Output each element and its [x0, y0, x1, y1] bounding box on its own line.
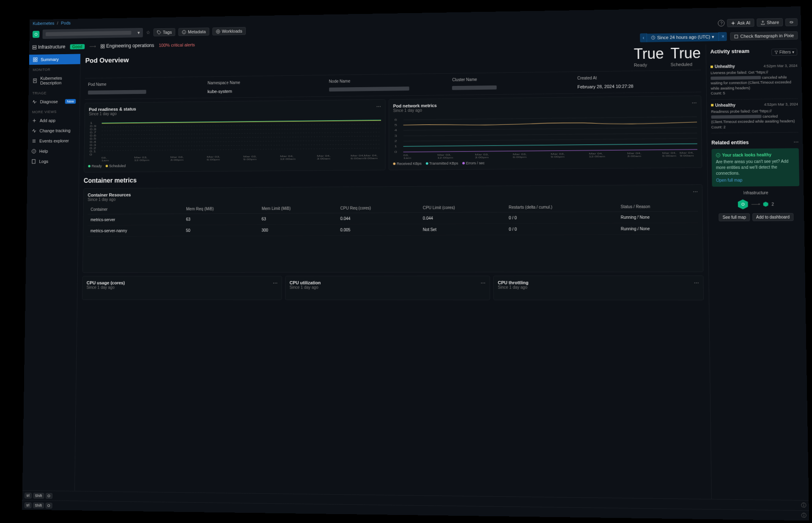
- help-icon[interactable]: ?: [718, 20, 725, 27]
- time-range-button[interactable]: Since 24 hours ago (UTC) ▾: [647, 32, 719, 42]
- table-header[interactable]: Mem Limit (MiB): [258, 204, 337, 213]
- chart-network-card: Pod network metrics Since 1 day ago ⋯: [389, 96, 702, 171]
- card-menu-icon[interactable]: ⋯: [273, 280, 277, 286]
- time-range-prev[interactable]: ‹: [640, 33, 647, 42]
- entity-selector[interactable]: ▾: [42, 28, 143, 39]
- info-icon: [182, 30, 186, 34]
- critical-alerts[interactable]: 100% critical alerts: [159, 42, 195, 47]
- redacted-text: [329, 87, 409, 92]
- workloads-button[interactable]: Workloads: [212, 27, 246, 36]
- sidebar-item-label: Summary: [41, 57, 59, 62]
- sidebar-item-diagnose[interactable]: Diagnose New: [28, 96, 80, 107]
- filter-icon: [774, 50, 778, 54]
- svg-text:9:00pm: 9:00pm: [551, 155, 565, 158]
- flamegraph-button[interactable]: Check flamegraph in Pixie: [730, 31, 798, 41]
- breadcrumb-leaf[interactable]: Pods: [61, 20, 71, 25]
- svg-text:6:00am: 6:00am: [351, 157, 364, 160]
- network-chart[interactable]: 6 5 4 3 2 1 0: [393, 113, 697, 160]
- link-button[interactable]: [785, 18, 798, 26]
- cpu-throttling-card: CPU throttling Since 1 day ago ⋯: [493, 275, 704, 300]
- sidebar-item-label: Change tracking: [39, 128, 70, 133]
- svg-line-82: [403, 144, 697, 146]
- add-to-dashboard-button[interactable]: Add to dashboard: [752, 213, 793, 221]
- chevron-down-icon: ▾: [712, 34, 714, 39]
- infra-graph[interactable]: 2: [712, 199, 800, 210]
- svg-rect-10: [101, 47, 102, 48]
- svg-text:12:00pm: 12:00pm: [437, 156, 453, 159]
- svg-line-49: [102, 121, 381, 124]
- related-menu-icon[interactable]: ⋯: [793, 139, 798, 145]
- share-icon: [760, 20, 765, 25]
- breadcrumb-sep: /: [57, 21, 58, 25]
- table-header[interactable]: CPU Req (cores): [337, 203, 420, 213]
- metadata-button[interactable]: Metadata: [178, 28, 209, 36]
- doc-icon: [33, 78, 37, 83]
- sparkle-icon: [731, 21, 735, 25]
- svg-rect-8: [101, 44, 102, 46]
- main-content: Pod Overview True Ready True Scheduled: [75, 44, 711, 499]
- svg-text:9:00am: 9:00am: [680, 154, 694, 157]
- info-icon[interactable]: ⓘ: [801, 502, 806, 509]
- redacted-text: [46, 31, 132, 36]
- table-header[interactable]: Mem Req (MiB): [183, 204, 259, 214]
- svg-text:3:00am: 3:00am: [317, 157, 330, 160]
- table-header[interactable]: Status / Reason: [617, 201, 698, 212]
- sidebar-item-k8s-description[interactable]: Kubernetes Description: [29, 73, 80, 88]
- sidebar-item-summary[interactable]: Summary: [29, 54, 80, 65]
- svg-line-68: [403, 117, 697, 120]
- svg-text:9:00am: 9:00am: [364, 157, 378, 160]
- svg-text:2: 2: [395, 140, 397, 143]
- tags-label: Tags: [163, 30, 172, 34]
- svg-line-32: [102, 132, 381, 135]
- svg-text:3:00pm: 3:00pm: [475, 156, 489, 159]
- open-full-map-link[interactable]: Open full map: [716, 178, 795, 183]
- ask-ai-button[interactable]: Ask AI: [727, 19, 754, 27]
- sidebar-item-logs[interactable]: Logs: [27, 156, 79, 167]
- container-resources-table: Container Mem Req (MiB) Mem Limit (MiB) …: [87, 201, 698, 237]
- sidebar-item-change-tracking[interactable]: Change tracking: [28, 125, 80, 136]
- card-menu-icon[interactable]: ⋯: [693, 189, 698, 195]
- table-header[interactable]: Restarts (delta / cumul.): [505, 202, 617, 212]
- table-row[interactable]: metrics-server-nanny 50 300 0.005 Not Se…: [87, 223, 698, 237]
- svg-text:5: 5: [395, 124, 397, 127]
- svg-line-72: [403, 138, 697, 141]
- table-header[interactable]: Container: [88, 204, 183, 214]
- time-range-close[interactable]: ×: [719, 32, 727, 41]
- key-chip: O: [45, 503, 52, 509]
- svg-text:03,: 03,: [403, 154, 409, 157]
- svg-text:6:00pm: 6:00pm: [513, 156, 527, 159]
- svg-rect-9: [103, 44, 104, 46]
- share-button[interactable]: Share: [757, 18, 783, 27]
- tags-button[interactable]: Tags: [154, 28, 176, 36]
- logo-icon[interactable]: [33, 31, 40, 38]
- sidebar-item-add-app[interactable]: Add app: [28, 115, 80, 126]
- svg-rect-6: [33, 45, 36, 47]
- info-node-name: Node Name: [326, 74, 449, 96]
- card-menu-icon[interactable]: ⋯: [694, 280, 699, 286]
- share-label: Share: [767, 20, 779, 25]
- sidebar-item-help[interactable]: ? Help: [27, 146, 79, 156]
- cpu-utilization-card: CPU utilization Since 1 day ago ⋯: [285, 275, 490, 300]
- sidebar-item-events-explorer[interactable]: Events explorer: [28, 135, 80, 146]
- info-icon[interactable]: ⓘ: [801, 512, 807, 519]
- eng-ops-label[interactable]: Engineering operations: [100, 43, 154, 49]
- info-row: Pod Name Namespace Name kube-system Node…: [85, 70, 701, 100]
- table-header[interactable]: CPU Limit (cores): [420, 203, 505, 213]
- see-full-map-button[interactable]: See full map: [719, 213, 750, 221]
- chart-menu-icon[interactable]: ⋯: [692, 100, 697, 106]
- star-icon[interactable]: ☆: [146, 30, 150, 35]
- event-item[interactable]: Unhealthy 4:52pm Mar 3, 2024 Liveness pr…: [710, 60, 798, 100]
- svg-text:1: 1: [395, 145, 397, 148]
- filters-button[interactable]: Filters ▾: [771, 49, 797, 56]
- card-menu-icon[interactable]: ⋯: [480, 280, 486, 286]
- chart-subtitle: Since 1 day ago: [89, 111, 136, 116]
- svg-text:0: 0: [90, 153, 92, 156]
- svg-point-0: [35, 33, 37, 36]
- chart-menu-icon[interactable]: ⋯: [376, 104, 381, 109]
- svg-text:3:00pm: 3:00pm: [170, 159, 184, 162]
- readiness-chart[interactable]: 1 0.9 0.8 0.7 0.6 0.5 0.4 0.3 0.2 0.1: [88, 116, 381, 162]
- hex-node-icon: [738, 199, 748, 209]
- info-namespace: Namespace Name kube-system: [204, 75, 326, 98]
- breadcrumb-root[interactable]: Kubernetes: [33, 21, 54, 26]
- event-item[interactable]: Unhealthy 4:52pm Mar 3, 2024 Readiness p…: [711, 99, 798, 134]
